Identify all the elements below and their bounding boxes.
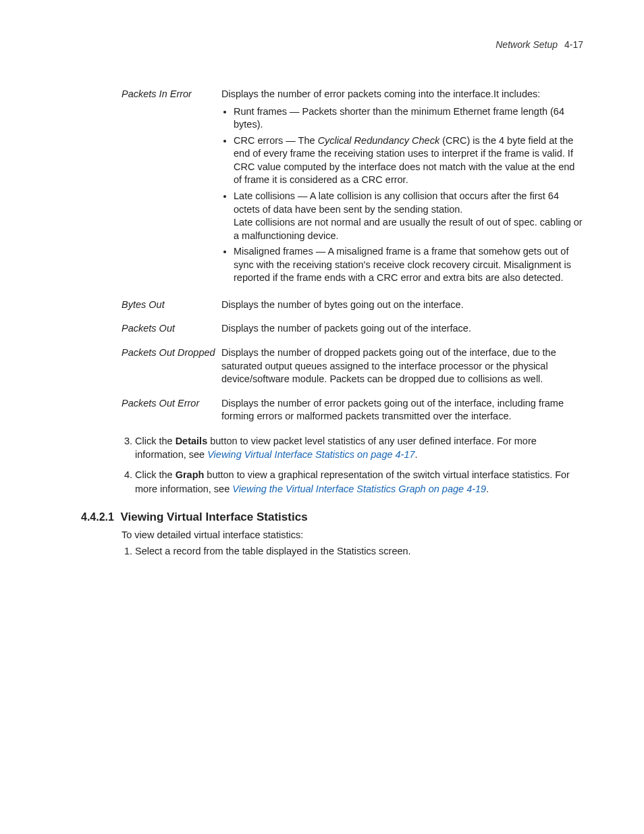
section-heading: 4.4.2.1 Viewing Virtual Interface Statis… [81,511,583,524]
definition-lead: Displays the number of error packets com… [221,88,540,99]
step-bold: Details [176,436,208,446]
definition-row: Packets Out Error Displays the number of… [122,393,583,430]
definition-bullets: Runt frames — Packets shorter than the m… [221,105,583,285]
bullet-item: Runt frames — Packets shorter than the m… [234,105,583,132]
definition-term: Packets Out Error [122,397,221,411]
definition-term: Packets In Error [122,88,221,101]
definition-description: Displays the number of dropped packets g… [221,346,583,386]
definition-row: Packets In Error Displays the number of … [122,84,583,294]
section-number: 4.4.2.1 [81,511,117,523]
bullet-item: Misaligned frames — A misaligned frame i… [234,245,583,285]
bullet-emph: Cyclical Redundancy Check [318,135,440,146]
bullet-item: CRC errors — The Cyclical Redundancy Che… [234,134,583,187]
definition-row: Bytes Out Displays the number of bytes g… [122,294,583,319]
bullet-item: Late collisions — A late collision is an… [234,190,583,242]
definition-row: Packets Out Dropped Displays the number … [122,342,583,393]
step-pre: Click the [135,436,176,446]
definition-row: Packets Out Displays the number of packe… [122,318,583,342]
step-bold: Graph [176,469,205,480]
definition-term: Packets Out [122,322,221,336]
definition-description: Displays the number of packets going out… [221,322,583,336]
section-steps: Select a record from the table displayed… [122,544,583,558]
header-section: Network Setup [495,39,558,50]
step-post: . [486,484,489,494]
cross-ref-link[interactable]: Viewing the Virtual Interface Statistics… [232,484,486,494]
bullet-prefix: CRC errors — The [234,135,318,146]
definition-description: Displays the number of error packets com… [221,88,583,288]
section-title: Viewing Virtual Interface Statistics [120,511,307,523]
step-item: Select a record from the table displayed… [135,544,583,558]
step-post: . [415,449,418,460]
definition-list: Packets In Error Displays the number of … [122,84,583,430]
step-item: Click the Details button to view packet … [135,434,583,462]
step-item: Click the Graph button to view a graphic… [135,468,583,496]
header-page-number: 4-17 [564,39,583,50]
section-intro: To view detailed virtual interface stati… [122,528,583,542]
numbered-steps: Click the Details button to view packet … [122,434,583,496]
step-pre: Click the [135,469,176,480]
cross-ref-link[interactable]: Viewing Virtual Interface Statistics on … [207,449,414,460]
definition-description: Displays the number of error packets goi… [221,397,583,423]
definition-term: Packets Out Dropped [122,346,221,360]
page: Network Setup 4-17 Packets In Error Disp… [0,0,644,834]
definition-term: Bytes Out [122,298,221,312]
definition-description: Displays the number of bytes going out o… [221,298,583,312]
running-header: Network Setup 4-17 [81,39,583,50]
